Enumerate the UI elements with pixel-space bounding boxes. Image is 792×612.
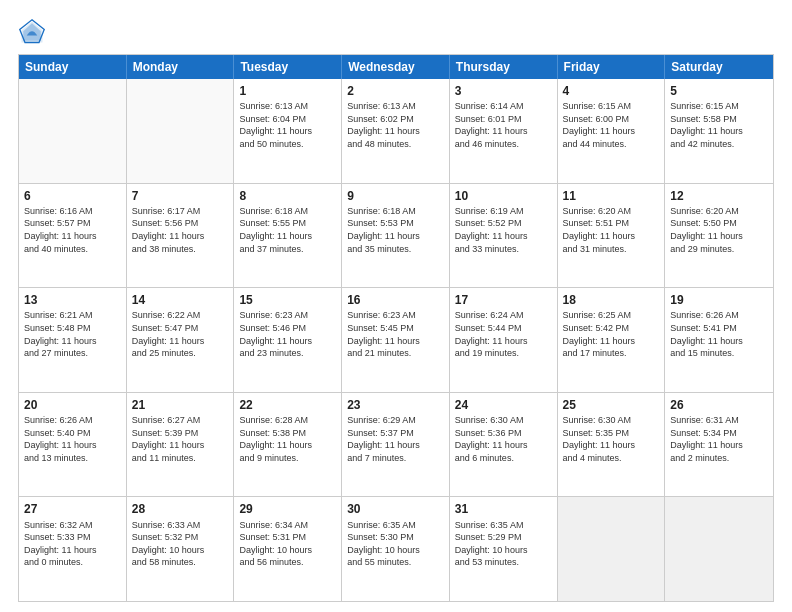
day-info: Sunrise: 6:16 AMSunset: 5:57 PMDaylight:…: [24, 205, 121, 255]
day-number: 6: [24, 188, 121, 204]
day-number: 14: [132, 292, 229, 308]
day-info: Sunrise: 6:19 AMSunset: 5:52 PMDaylight:…: [455, 205, 552, 255]
day-number: 30: [347, 501, 444, 517]
day-cell-8: 8Sunrise: 6:18 AMSunset: 5:55 PMDaylight…: [234, 184, 342, 288]
day-info: Sunrise: 6:15 AMSunset: 5:58 PMDaylight:…: [670, 100, 768, 150]
day-number: 9: [347, 188, 444, 204]
calendar-row-1: 6Sunrise: 6:16 AMSunset: 5:57 PMDaylight…: [19, 183, 773, 288]
logo-icon: [18, 18, 46, 46]
day-info: Sunrise: 6:21 AMSunset: 5:48 PMDaylight:…: [24, 309, 121, 359]
day-info: Sunrise: 6:34 AMSunset: 5:31 PMDaylight:…: [239, 519, 336, 569]
day-number: 1: [239, 83, 336, 99]
day-cell-7: 7Sunrise: 6:17 AMSunset: 5:56 PMDaylight…: [127, 184, 235, 288]
day-info: Sunrise: 6:14 AMSunset: 6:01 PMDaylight:…: [455, 100, 552, 150]
day-cell-20: 20Sunrise: 6:26 AMSunset: 5:40 PMDayligh…: [19, 393, 127, 497]
day-cell-21: 21Sunrise: 6:27 AMSunset: 5:39 PMDayligh…: [127, 393, 235, 497]
day-number: 23: [347, 397, 444, 413]
weekday-header-monday: Monday: [127, 55, 235, 79]
day-info: Sunrise: 6:22 AMSunset: 5:47 PMDaylight:…: [132, 309, 229, 359]
day-number: 29: [239, 501, 336, 517]
day-number: 15: [239, 292, 336, 308]
day-cell-11: 11Sunrise: 6:20 AMSunset: 5:51 PMDayligh…: [558, 184, 666, 288]
day-number: 26: [670, 397, 768, 413]
day-cell-13: 13Sunrise: 6:21 AMSunset: 5:48 PMDayligh…: [19, 288, 127, 392]
day-info: Sunrise: 6:26 AMSunset: 5:40 PMDaylight:…: [24, 414, 121, 464]
empty-cell: [665, 497, 773, 601]
calendar: SundayMondayTuesdayWednesdayThursdayFrid…: [18, 54, 774, 602]
day-cell-12: 12Sunrise: 6:20 AMSunset: 5:50 PMDayligh…: [665, 184, 773, 288]
day-info: Sunrise: 6:18 AMSunset: 5:55 PMDaylight:…: [239, 205, 336, 255]
day-number: 4: [563, 83, 660, 99]
page: SundayMondayTuesdayWednesdayThursdayFrid…: [0, 0, 792, 612]
day-number: 2: [347, 83, 444, 99]
day-cell-26: 26Sunrise: 6:31 AMSunset: 5:34 PMDayligh…: [665, 393, 773, 497]
day-cell-17: 17Sunrise: 6:24 AMSunset: 5:44 PMDayligh…: [450, 288, 558, 392]
day-info: Sunrise: 6:27 AMSunset: 5:39 PMDaylight:…: [132, 414, 229, 464]
day-number: 25: [563, 397, 660, 413]
day-cell-25: 25Sunrise: 6:30 AMSunset: 5:35 PMDayligh…: [558, 393, 666, 497]
day-number: 13: [24, 292, 121, 308]
day-number: 17: [455, 292, 552, 308]
day-cell-27: 27Sunrise: 6:32 AMSunset: 5:33 PMDayligh…: [19, 497, 127, 601]
day-info: Sunrise: 6:13 AMSunset: 6:04 PMDaylight:…: [239, 100, 336, 150]
day-number: 5: [670, 83, 768, 99]
day-info: Sunrise: 6:23 AMSunset: 5:46 PMDaylight:…: [239, 309, 336, 359]
day-number: 7: [132, 188, 229, 204]
day-info: Sunrise: 6:35 AMSunset: 5:30 PMDaylight:…: [347, 519, 444, 569]
day-number: 16: [347, 292, 444, 308]
day-info: Sunrise: 6:15 AMSunset: 6:00 PMDaylight:…: [563, 100, 660, 150]
day-info: Sunrise: 6:20 AMSunset: 5:51 PMDaylight:…: [563, 205, 660, 255]
day-cell-28: 28Sunrise: 6:33 AMSunset: 5:32 PMDayligh…: [127, 497, 235, 601]
day-info: Sunrise: 6:29 AMSunset: 5:37 PMDaylight:…: [347, 414, 444, 464]
weekday-header-sunday: Sunday: [19, 55, 127, 79]
weekday-header-saturday: Saturday: [665, 55, 773, 79]
day-info: Sunrise: 6:17 AMSunset: 5:56 PMDaylight:…: [132, 205, 229, 255]
day-cell-23: 23Sunrise: 6:29 AMSunset: 5:37 PMDayligh…: [342, 393, 450, 497]
day-info: Sunrise: 6:33 AMSunset: 5:32 PMDaylight:…: [132, 519, 229, 569]
calendar-header: SundayMondayTuesdayWednesdayThursdayFrid…: [19, 55, 773, 79]
day-info: Sunrise: 6:32 AMSunset: 5:33 PMDaylight:…: [24, 519, 121, 569]
header: [18, 18, 774, 46]
calendar-row-0: 1Sunrise: 6:13 AMSunset: 6:04 PMDaylight…: [19, 79, 773, 183]
day-cell-10: 10Sunrise: 6:19 AMSunset: 5:52 PMDayligh…: [450, 184, 558, 288]
day-number: 24: [455, 397, 552, 413]
weekday-header-wednesday: Wednesday: [342, 55, 450, 79]
day-info: Sunrise: 6:18 AMSunset: 5:53 PMDaylight:…: [347, 205, 444, 255]
day-number: 22: [239, 397, 336, 413]
day-info: Sunrise: 6:24 AMSunset: 5:44 PMDaylight:…: [455, 309, 552, 359]
logo: [18, 18, 50, 46]
day-cell-6: 6Sunrise: 6:16 AMSunset: 5:57 PMDaylight…: [19, 184, 127, 288]
empty-cell: [558, 497, 666, 601]
calendar-body: 1Sunrise: 6:13 AMSunset: 6:04 PMDaylight…: [19, 79, 773, 601]
day-number: 8: [239, 188, 336, 204]
empty-cell: [19, 79, 127, 183]
day-cell-30: 30Sunrise: 6:35 AMSunset: 5:30 PMDayligh…: [342, 497, 450, 601]
day-cell-18: 18Sunrise: 6:25 AMSunset: 5:42 PMDayligh…: [558, 288, 666, 392]
day-number: 10: [455, 188, 552, 204]
weekday-header-tuesday: Tuesday: [234, 55, 342, 79]
day-cell-19: 19Sunrise: 6:26 AMSunset: 5:41 PMDayligh…: [665, 288, 773, 392]
day-info: Sunrise: 6:23 AMSunset: 5:45 PMDaylight:…: [347, 309, 444, 359]
day-cell-29: 29Sunrise: 6:34 AMSunset: 5:31 PMDayligh…: [234, 497, 342, 601]
day-number: 19: [670, 292, 768, 308]
day-number: 3: [455, 83, 552, 99]
day-number: 18: [563, 292, 660, 308]
day-info: Sunrise: 6:13 AMSunset: 6:02 PMDaylight:…: [347, 100, 444, 150]
day-info: Sunrise: 6:20 AMSunset: 5:50 PMDaylight:…: [670, 205, 768, 255]
day-cell-4: 4Sunrise: 6:15 AMSunset: 6:00 PMDaylight…: [558, 79, 666, 183]
day-info: Sunrise: 6:25 AMSunset: 5:42 PMDaylight:…: [563, 309, 660, 359]
weekday-header-thursday: Thursday: [450, 55, 558, 79]
day-number: 27: [24, 501, 121, 517]
day-info: Sunrise: 6:35 AMSunset: 5:29 PMDaylight:…: [455, 519, 552, 569]
day-number: 20: [24, 397, 121, 413]
day-info: Sunrise: 6:26 AMSunset: 5:41 PMDaylight:…: [670, 309, 768, 359]
day-info: Sunrise: 6:28 AMSunset: 5:38 PMDaylight:…: [239, 414, 336, 464]
weekday-header-friday: Friday: [558, 55, 666, 79]
day-cell-5: 5Sunrise: 6:15 AMSunset: 5:58 PMDaylight…: [665, 79, 773, 183]
day-info: Sunrise: 6:30 AMSunset: 5:36 PMDaylight:…: [455, 414, 552, 464]
day-info: Sunrise: 6:31 AMSunset: 5:34 PMDaylight:…: [670, 414, 768, 464]
day-cell-31: 31Sunrise: 6:35 AMSunset: 5:29 PMDayligh…: [450, 497, 558, 601]
calendar-row-3: 20Sunrise: 6:26 AMSunset: 5:40 PMDayligh…: [19, 392, 773, 497]
day-cell-3: 3Sunrise: 6:14 AMSunset: 6:01 PMDaylight…: [450, 79, 558, 183]
day-cell-15: 15Sunrise: 6:23 AMSunset: 5:46 PMDayligh…: [234, 288, 342, 392]
